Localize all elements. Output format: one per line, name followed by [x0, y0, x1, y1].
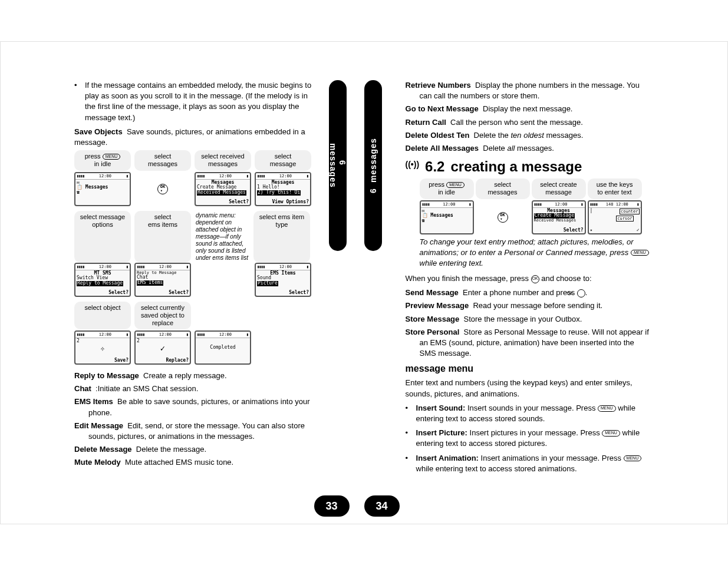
definition-list-top: Retrieve Numbers Display the phone numbe… [406, 80, 650, 154]
section-number: 6.2 [425, 158, 444, 175]
antenna-icon: ((•)) [406, 160, 420, 169]
bullet-item: •Insert Picture: Insert pictures in your… [406, 428, 650, 449]
page-34: Retrieve Numbers Display the phone numbe… [364, 42, 727, 524]
screen-ems-type: ▮▮▮▮12:00 EMS ItemsSoundPicture Select? [255, 263, 311, 297]
screen-replace-object: ▮▮▮▮12:00 2✓ Replace? [134, 330, 191, 365]
step-row-headers: press MENUin idle selectmessages select … [420, 178, 650, 199]
screen-completed: ▮▮▮▮12:00 Completed [195, 330, 251, 365]
ok-button-graphic: OK▾ [476, 200, 530, 234]
screen-ems-select: ▮▮▮▮12:00 Reply to MessageChatEMS Items … [134, 263, 191, 297]
step-header: selectmessages [134, 150, 191, 170]
side-tab-num: 6 [338, 160, 347, 165]
ok-button-graphic: OK▾ [134, 172, 191, 206]
definition-item: Send Message Enter a phone number and pr… [406, 287, 650, 298]
page-33: • If the message contains an embedded me… [1, 42, 364, 524]
step-header: use the keysto enter text [588, 178, 642, 199]
page-number-34: 34 [364, 495, 400, 517]
step-header: selectmessages [476, 178, 530, 199]
subheading-message-menu: message menu [406, 363, 650, 374]
definition-item: Edit Message Edit, send, or store the me… [74, 421, 319, 442]
screen-row-3: ▮▮▮▮12:00 2✧ Save? ▮▮▮▮12:00 2✓ Replace?… [74, 330, 319, 365]
definition-item: Preview Message Read your message before… [406, 300, 650, 311]
paragraph: Enter text and numbers (using the keypad… [406, 378, 650, 399]
step-header: select createmessage [532, 178, 586, 199]
side-tab-right: 6 messages [364, 80, 382, 251]
section-heading-6-2: ((•)) 6.2 creating a message [406, 158, 650, 175]
step-row-1-headers: press MENUin idle selectmessages select … [74, 150, 319, 170]
italic-note: To change your text entry method; attach… [406, 237, 650, 269]
definition-item: Return Call Call the person who sent the… [406, 117, 650, 128]
definition-item: Store Message Store the message in your … [406, 314, 650, 325]
screen-row-1: ▮▮▮▮12:00 ✉📋 Messages☎ OK▾ ▮▮▮▮12:00 Mes… [74, 172, 319, 206]
definition-item: EMS Items Be able to save sounds, pictur… [74, 396, 319, 418]
side-tab-label: messages [328, 143, 338, 188]
side-tab-num: 6 [368, 189, 378, 193]
bullet-dot: • [74, 80, 85, 123]
step-row-3-headers: select object select currentlysaved obje… [74, 302, 319, 330]
side-tab-left: 6 messages [329, 80, 347, 251]
screen-text-entry: ▮▮▮▮148 12:00 | counter cursor ✦ ✓ [588, 200, 642, 234]
step-header: select object [74, 302, 131, 330]
finish-paragraph: When you finish the message, press OK an… [406, 273, 650, 284]
ok-key-icon: OK [531, 275, 539, 283]
definition-item: Store Personal Store as Personal Message… [406, 327, 650, 359]
step-header: press MENUin idle [420, 178, 474, 199]
counter-label: counter [620, 209, 640, 214]
definition-item: Chat :Initiate an SMS Chat session. [74, 384, 319, 394]
cursor-label: cursor [616, 216, 633, 222]
bullet-item: •Insert Animation: Insert animations in … [406, 453, 650, 474]
page-spread: • If the message contains an embedded me… [0, 41, 728, 524]
definition-list-send: Send Message Enter a phone number and pr… [406, 287, 650, 359]
step-header: press MENUin idle [74, 150, 131, 170]
screen-create-msg: ▮▮▮▮12:00 MessagesCreate MessageReceived… [532, 200, 586, 234]
definition-item: Retrieve Numbers Display the phone numbe… [406, 80, 650, 101]
screen-messages-menu: ▮▮▮▮12:00 MessagesCreate MessageReceived… [195, 172, 251, 206]
section-title: creating a message [450, 158, 582, 175]
bullet-melody: • If the message contains an embedded me… [74, 80, 319, 123]
page-number-33: 33 [314, 495, 350, 517]
def-label: Save Objects [74, 127, 123, 136]
bullet-item: •Insert Sound: Insert sounds in your mes… [406, 403, 650, 424]
definition-list: Reply to Message Create a reply message.… [74, 371, 319, 468]
bullet-text: If the message contains an embedded melo… [85, 80, 319, 123]
side-tab-label: messages [368, 138, 378, 183]
menu-key-icon: MENU [446, 182, 465, 188]
screen-idle: ▮▮▮▮12:00 ✉📋 Messages☎ [74, 172, 131, 206]
definition-item: Delete Oldest Ten Delete the ten oldest … [406, 130, 650, 141]
definition-item: Go to Next Message Display the next mess… [406, 104, 650, 114]
definition-item: Reply to Message Create a reply message. [74, 371, 319, 381]
step-header: select receivedmessages [195, 150, 251, 170]
definition-item: Mute Melody Mute attached EMS music tone… [74, 457, 319, 468]
screen-save-object: ▮▮▮▮12:00 2✧ Save? [74, 330, 131, 365]
screen-row: ▮▮▮▮12:00 ✉📋 Messages☎ OK▾ ▮▮▮▮12:00 Mes… [420, 200, 650, 234]
def-save-objects: Save Objects Save sounds, pictures, or a… [74, 127, 319, 148]
screen-received: ▮▮▮▮12:00 Messages1 Hello!2) Try this! O… [255, 172, 311, 206]
menu-key-icon: MENU [631, 250, 649, 256]
bullet-list: •Insert Sound: Insert sounds in your mes… [406, 403, 650, 474]
menu-key-icon: MENU [103, 154, 121, 160]
screen-row-2: ▮▮▮▮12:00 MT SMSSwitch ViewReply to Mess… [74, 234, 319, 297]
step-header: selectmessage [255, 150, 311, 170]
screen-msg-options: ▮▮▮▮12:00 MT SMSSwitch ViewReply to Mess… [74, 263, 131, 297]
screen-idle: ▮▮▮▮12:00 ✉📋 Messages☎ [420, 200, 474, 234]
step-header: select currentlysaved object toreplace [134, 302, 191, 330]
definition-item: Delete Message Delete the message. [74, 444, 319, 455]
definition-item: Delete All Messages Delete all messages. [406, 143, 650, 154]
